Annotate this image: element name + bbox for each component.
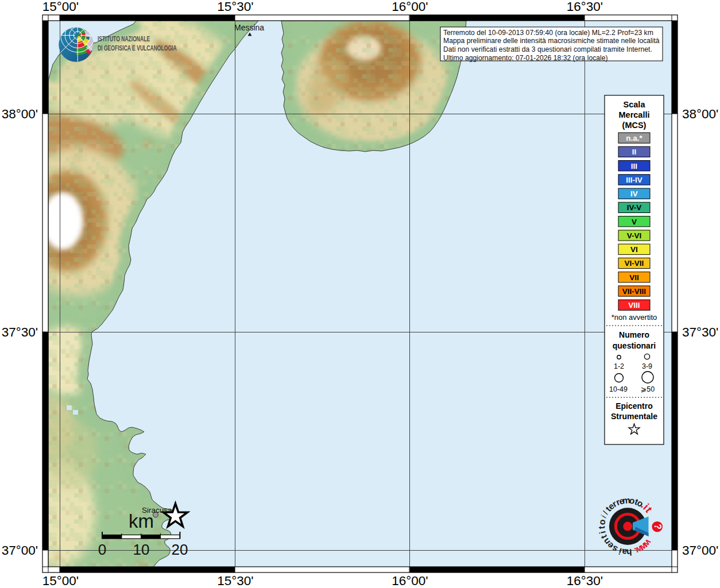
svg-text:0: 0 [98, 541, 106, 558]
svg-text:Dati non verificati estratti d: Dati non verificati estratti da 3 questi… [443, 45, 652, 53]
svg-text:VI-VII: VI-VII [625, 259, 644, 268]
svg-text:37°00': 37°00' [2, 543, 38, 558]
svg-text:V-VI: V-VI [627, 231, 642, 240]
svg-text:km: km [129, 510, 154, 532]
svg-text:questionari: questionari [613, 341, 656, 350]
svg-text:Ultimo aggiornamento: 07-01-20: Ultimo aggiornamento: 07-01-2026 18:32 (… [443, 54, 608, 62]
svg-text:VII: VII [629, 273, 639, 282]
svg-text:t: t [597, 526, 606, 529]
svg-text:Scala: Scala [624, 100, 646, 109]
svg-text:16°00': 16°00' [392, 574, 428, 588]
svg-text:n.a.*: n.a.* [626, 134, 642, 142]
svg-text:10-49: 10-49 [609, 385, 628, 393]
svg-text:Messina: Messina [234, 23, 264, 32]
svg-text:*non avvertito: *non avvertito [611, 313, 657, 322]
svg-text:IV-V: IV-V [627, 203, 642, 212]
svg-text:DI GEOFISICA E VULCANOLOGIA: DI GEOFISICA E VULCANOLOGIA [98, 44, 177, 52]
svg-text:III: III [631, 162, 637, 171]
svg-text:38°00': 38°00' [2, 107, 38, 121]
svg-text:VII-VIII: VII-VIII [622, 287, 646, 296]
svg-text:III-IV: III-IV [626, 176, 642, 184]
svg-text:1-2: 1-2 [614, 362, 624, 370]
svg-text:37°00': 37°00' [682, 543, 718, 558]
svg-text:Epicentro: Epicentro [616, 401, 653, 411]
svg-text:⩾50: ⩾50 [641, 385, 655, 393]
svg-text:10: 10 [133, 541, 150, 558]
svg-text:V: V [632, 218, 637, 226]
svg-text:15°30': 15°30' [217, 0, 253, 14]
svg-text:Mercalli: Mercalli [619, 110, 650, 119]
svg-text:Terremoto del 10-09-2013 07:59: Terremoto del 10-09-2013 07:59:40 (ora l… [443, 29, 653, 37]
svg-text:3-9: 3-9 [642, 362, 652, 370]
svg-text:ISTITUTO NAZIONALE: ISTITUTO NAZIONALE [98, 34, 150, 42]
svg-text:II: II [632, 148, 637, 156]
svg-text:VIII: VIII [628, 301, 640, 310]
svg-text:20: 20 [172, 541, 188, 558]
svg-text:?: ? [653, 524, 663, 529]
svg-text:16°00': 16°00' [392, 0, 428, 14]
svg-text:16°30': 16°30' [567, 0, 603, 14]
svg-text:Numero: Numero [619, 330, 649, 339]
svg-text:38°00': 38°00' [682, 107, 718, 121]
svg-text:IV: IV [630, 189, 638, 198]
svg-text:15°30': 15°30' [217, 574, 253, 588]
svg-text:16°30': 16°30' [567, 574, 603, 588]
svg-text:37°30': 37°30' [2, 325, 38, 339]
svg-text:Strumentale: Strumentale [611, 412, 657, 421]
svg-text:VI: VI [630, 245, 638, 254]
svg-text:15°00': 15°00' [42, 0, 79, 14]
svg-text:37°30': 37°30' [682, 325, 718, 339]
svg-text:Mappa preliminare delle intens: Mappa preliminare delle intensità macros… [443, 37, 660, 45]
svg-text:(MCS): (MCS) [622, 121, 647, 130]
svg-text:15°00': 15°00' [42, 574, 79, 588]
